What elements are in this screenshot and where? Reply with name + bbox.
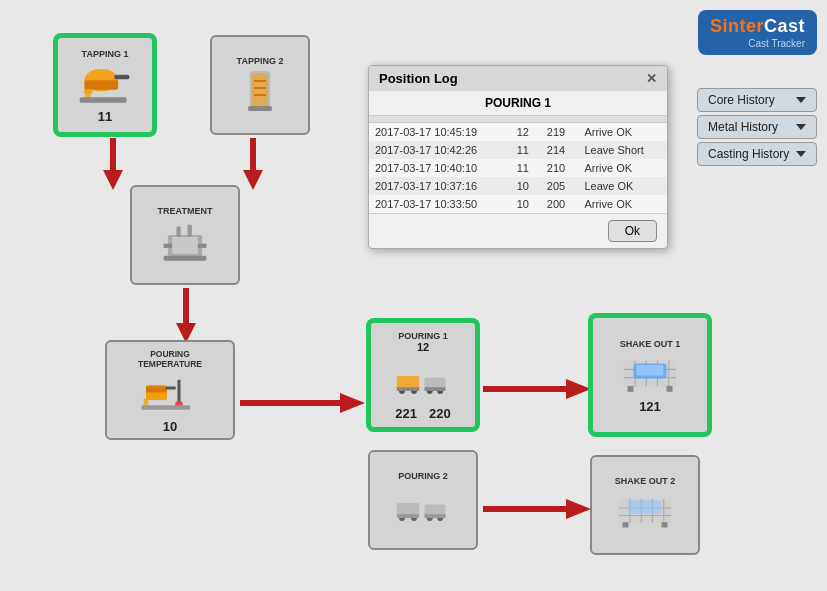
modal-close-button[interactable]: ✕ [646, 71, 657, 86]
tapping2-station[interactable]: TAPPING 2 [210, 35, 310, 135]
svg-rect-26 [146, 386, 167, 392]
history-buttons-container: Core History Metal History Casting Histo… [697, 88, 817, 166]
position-log-table: 2017-03-17 10:45:1912219Arrive OK2017-03… [369, 116, 667, 213]
svg-marker-33 [340, 393, 365, 413]
svg-rect-37 [397, 387, 420, 391]
tapping2-icon [230, 66, 290, 116]
arrow-tapping2-treatment [238, 138, 268, 197]
tapping1-station[interactable]: TAPPING 1 11 [55, 35, 155, 135]
svg-rect-41 [425, 387, 446, 391]
svg-marker-51 [566, 379, 591, 399]
table-row: 2017-03-17 10:33:5010200Arrive OK [369, 195, 667, 213]
arrow-pouring2-shakeout2 [483, 495, 598, 527]
modal-footer: Ok [369, 213, 667, 248]
svg-rect-72 [629, 501, 662, 515]
svg-rect-18 [176, 226, 180, 236]
shakeout2-icon [615, 486, 675, 536]
svg-rect-74 [662, 522, 668, 527]
table-row: 2017-03-17 10:37:1610205Leave OK [369, 177, 667, 195]
svg-rect-19 [188, 224, 192, 236]
svg-rect-5 [80, 97, 127, 103]
svg-rect-1 [84, 80, 118, 89]
table-row: 2017-03-17 10:40:1011210Arrive OK [369, 159, 667, 177]
svg-rect-22 [164, 255, 207, 260]
svg-rect-8 [248, 106, 272, 111]
arrow-pouring1-shakeout1 [483, 375, 598, 407]
svg-marker-53 [566, 499, 591, 519]
ok-button[interactable]: Ok [608, 220, 657, 242]
shakeout1-icon [620, 349, 680, 399]
svg-rect-7 [252, 73, 268, 107]
svg-marker-15 [243, 170, 263, 190]
svg-rect-64 [667, 386, 673, 392]
svg-rect-17 [172, 236, 198, 253]
svg-rect-20 [164, 243, 173, 247]
svg-rect-45 [397, 514, 420, 518]
pouring2-icon [393, 481, 453, 531]
svg-rect-31 [142, 405, 191, 410]
pouring-temp-icon [140, 369, 200, 419]
tapping1-icon [75, 59, 135, 109]
svg-rect-73 [623, 522, 629, 527]
svg-rect-2 [114, 74, 129, 79]
modal-subtitle: POURING 1 [369, 91, 667, 116]
logo: SinterCast Cast Tracker [698, 10, 817, 55]
svg-rect-28 [144, 398, 149, 406]
svg-rect-49 [425, 514, 446, 518]
position-log-modal: Position Log ✕ POURING 1 2017-03-17 10:4… [368, 65, 668, 249]
table-row: 2017-03-17 10:45:1912219Arrive OK [369, 123, 667, 142]
svg-rect-27 [166, 386, 177, 389]
shakeout2-station[interactable]: SHAKE OUT 2 [590, 455, 700, 555]
pouring-temp-station[interactable]: POURING TEMPERATURE 10 [105, 340, 235, 440]
treatment-icon [155, 216, 215, 266]
arrow-pourtemp-pouring [240, 388, 370, 422]
chevron-down-icon [796, 124, 806, 130]
svg-rect-62 [637, 365, 664, 376]
logo-title: SinterCast [710, 16, 805, 37]
svg-marker-13 [103, 170, 123, 190]
casting-history-button[interactable]: Casting History [697, 142, 817, 166]
pouring1-flask-nums: 221 220 [395, 406, 450, 421]
core-history-button[interactable]: Core History [697, 88, 817, 112]
svg-rect-63 [628, 386, 634, 392]
svg-rect-21 [198, 243, 207, 247]
pouring1-station[interactable]: POURING 1 12 221 220 [368, 320, 478, 430]
pouring1-ladle-num: 12 [417, 341, 429, 353]
chevron-down-icon [796, 151, 806, 157]
pouring1-icon [393, 354, 453, 404]
table-row: 2017-03-17 10:42:2611214Leave Short [369, 141, 667, 159]
svg-rect-29 [178, 379, 181, 402]
modal-header: Position Log ✕ [369, 66, 667, 91]
chevron-down-icon [796, 97, 806, 103]
metal-history-button[interactable]: Metal History [697, 115, 817, 139]
arrow-tapping1-treatment [98, 138, 128, 197]
pouring2-station[interactable]: POURING 2 [368, 450, 478, 550]
shakeout1-station[interactable]: SHAKE OUT 1 121 [590, 315, 710, 435]
treatment-station[interactable]: TREATMENT [130, 185, 240, 285]
logo-subtitle: Cast Tracker [710, 38, 805, 49]
